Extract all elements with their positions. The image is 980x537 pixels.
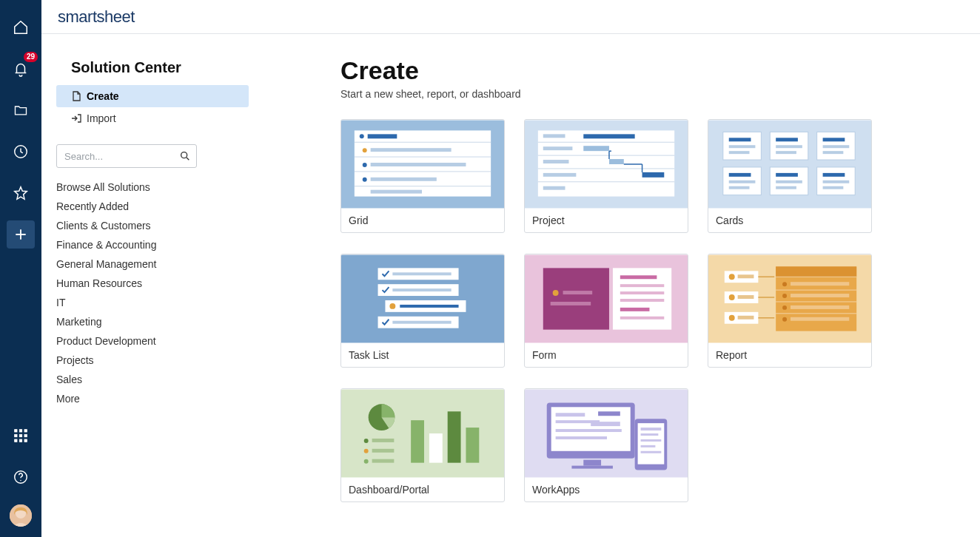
svg-rect-115 <box>791 317 849 321</box>
svg-rect-7 <box>15 439 17 442</box>
svg-rect-44 <box>642 172 665 178</box>
svg-point-101 <box>729 294 735 300</box>
svg-rect-36 <box>583 146 609 151</box>
svg-point-17 <box>360 134 364 138</box>
svg-rect-81 <box>400 305 458 308</box>
help-icon[interactable] <box>7 463 35 491</box>
card-label: Form <box>525 343 688 367</box>
category-general-mgmt[interactable]: General Management <box>56 258 249 270</box>
apps-icon[interactable] <box>7 422 35 450</box>
sidebar-title: Solution Center <box>71 59 249 76</box>
category-sales[interactable]: Sales <box>56 374 249 385</box>
svg-rect-137 <box>556 413 585 416</box>
svg-rect-32 <box>543 134 565 138</box>
svg-rect-127 <box>372 459 395 463</box>
svg-rect-9 <box>24 439 27 442</box>
svg-rect-85 <box>543 268 609 329</box>
card-label: Report <box>708 343 871 367</box>
svg-rect-131 <box>466 428 479 463</box>
sidebar-item-create[interactable]: Create <box>56 85 249 107</box>
svg-rect-71 <box>729 186 750 189</box>
category-product-dev[interactable]: Product Development <box>56 335 249 347</box>
card-form[interactable]: Form <box>524 254 688 368</box>
svg-rect-43 <box>543 173 577 177</box>
svg-rect-35 <box>543 146 573 150</box>
card-grid[interactable]: Grid <box>340 119 505 233</box>
card-cards[interactable]: Cards <box>708 119 872 233</box>
svg-rect-78 <box>392 288 451 291</box>
card-workapps[interactable]: WorkApps <box>524 388 688 502</box>
category-marketing[interactable]: Marketing <box>56 316 249 328</box>
svg-rect-2 <box>19 430 21 432</box>
category-browse-all[interactable]: Browse All Solutions <box>56 181 249 193</box>
category-more[interactable]: More <box>56 393 249 405</box>
category-recently-added[interactable]: Recently Added <box>56 200 249 212</box>
svg-rect-1 <box>15 430 17 432</box>
svg-rect-74 <box>341 255 504 343</box>
svg-rect-87 <box>563 291 593 294</box>
card-thumb <box>525 120 688 209</box>
sheet-icon <box>71 91 81 101</box>
card-label: Grid <box>341 209 504 232</box>
svg-rect-99 <box>738 274 754 278</box>
svg-rect-111 <box>791 294 849 297</box>
svg-rect-33 <box>583 134 634 138</box>
folder-icon[interactable] <box>7 96 35 124</box>
category-list: Browse All Solutions Recently Added Clie… <box>56 181 249 405</box>
recents-icon[interactable] <box>7 138 35 166</box>
svg-rect-107 <box>776 266 856 277</box>
category-finance[interactable]: Finance & Accounting <box>56 239 249 251</box>
card-project[interactable]: Project <box>524 119 688 233</box>
sidebar-item-label: Create <box>87 90 119 102</box>
home-icon[interactable] <box>7 13 35 41</box>
category-hr[interactable]: Human Resources <box>56 277 249 289</box>
category-clients[interactable]: Clients & Customers <box>56 220 249 232</box>
svg-rect-146 <box>641 433 659 436</box>
svg-rect-65 <box>729 180 756 183</box>
svg-rect-67 <box>823 180 850 183</box>
svg-point-26 <box>363 178 367 182</box>
svg-rect-29 <box>371 190 422 194</box>
svg-rect-76 <box>392 272 451 275</box>
svg-rect-91 <box>620 284 664 287</box>
notification-badge: 29 <box>24 52 38 62</box>
main-content: Create Start a new sheet, report, or das… <box>340 34 980 537</box>
svg-rect-135 <box>583 460 601 466</box>
card-label: Cards <box>708 209 871 232</box>
svg-rect-69 <box>776 151 796 154</box>
favorites-icon[interactable] <box>7 179 35 207</box>
svg-rect-21 <box>371 148 452 152</box>
svg-point-126 <box>364 459 369 464</box>
svg-rect-68 <box>729 151 750 154</box>
svg-rect-123 <box>372 439 395 442</box>
card-label: WorkApps <box>525 478 688 501</box>
svg-rect-136 <box>571 466 612 469</box>
svg-rect-8 <box>19 439 21 442</box>
import-icon <box>71 113 81 124</box>
svg-rect-90 <box>620 275 657 279</box>
svg-rect-94 <box>620 308 650 311</box>
svg-rect-92 <box>620 291 664 294</box>
category-it[interactable]: IT <box>56 297 249 308</box>
user-avatar[interactable] <box>10 504 32 527</box>
svg-rect-64 <box>823 145 850 148</box>
svg-rect-6 <box>24 434 27 436</box>
svg-rect-72 <box>776 186 796 189</box>
card-dashboard[interactable]: Dashboard/Portal <box>340 388 505 502</box>
category-projects[interactable]: Projects <box>56 354 249 366</box>
card-thumb <box>525 389 688 478</box>
svg-rect-125 <box>372 449 395 453</box>
notifications-icon[interactable]: 29 <box>7 55 35 83</box>
svg-rect-129 <box>429 433 443 463</box>
create-new-icon[interactable] <box>7 220 35 249</box>
sidebar-item-import[interactable]: Import <box>56 107 249 129</box>
svg-rect-141 <box>556 429 622 432</box>
card-label: Project <box>525 209 688 232</box>
card-thumb <box>525 254 688 343</box>
brand-logo[interactable]: smartsheet <box>58 7 135 27</box>
card-task-list[interactable]: Task List <box>340 254 505 368</box>
card-report[interactable]: Report <box>708 254 872 368</box>
search-icon[interactable] <box>173 144 197 168</box>
svg-rect-5 <box>19 434 21 436</box>
card-thumb <box>341 389 504 478</box>
